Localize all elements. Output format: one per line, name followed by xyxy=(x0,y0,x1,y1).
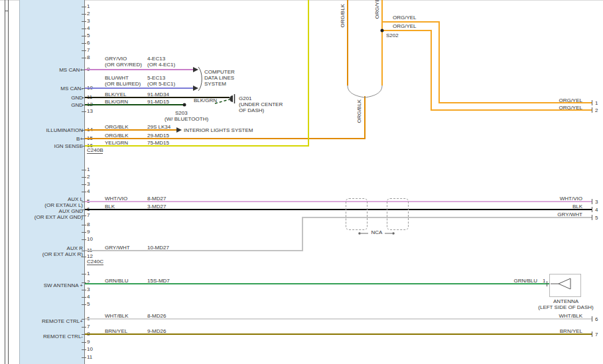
s203-splice-dot-icon xyxy=(183,103,186,107)
ms-can-plus-arrow-icon xyxy=(193,67,198,72)
computer-system-bracket xyxy=(198,67,202,91)
nca-right-dot-icon xyxy=(392,232,395,235)
s202-splice-dot-icon xyxy=(381,29,384,32)
nca-left-dot-icon xyxy=(358,232,361,235)
g201-ground-icon xyxy=(230,95,233,102)
wiring-diagram-canvas: 12345678910111213141516 123456789101112 … xyxy=(0,0,603,364)
gnd-splice-dashed-wire xyxy=(215,99,230,103)
antenna-icon xyxy=(559,278,570,289)
interior-lights-arrow-icon xyxy=(176,127,182,133)
orange-merge-brace xyxy=(348,86,382,97)
ms-can-minus-arrow-icon xyxy=(193,86,198,91)
diagram-symbols xyxy=(0,0,603,364)
